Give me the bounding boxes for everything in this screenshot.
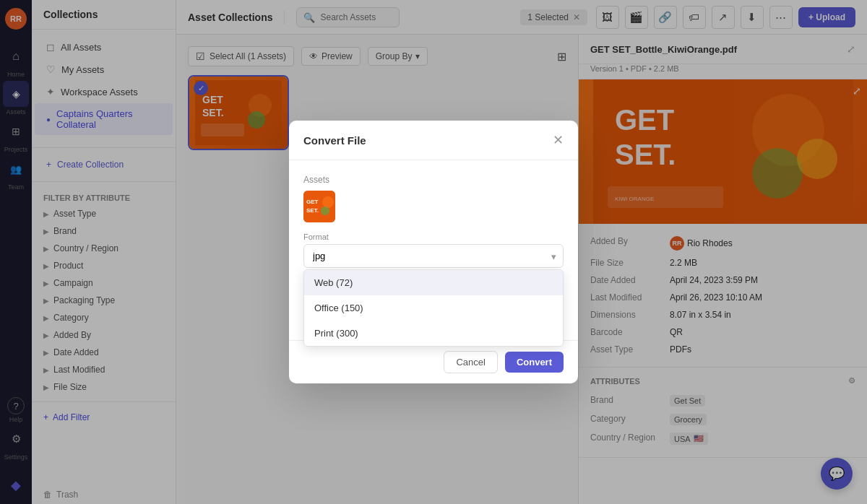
modal-assets-label: Assets — [303, 175, 564, 185]
modal-body: Assets GET SET. Format jpg png pdf ▾ — [289, 160, 578, 282]
modal-asset-thumbnail: GET SET. — [303, 191, 335, 222]
convert-button[interactable]: Convert — [505, 352, 564, 373]
dropdown-item-office[interactable]: Office (150) — [304, 295, 563, 321]
dropdown-item-web[interactable]: Web (72) — [304, 270, 563, 295]
format-select-wrap: jpg png pdf ▾ Web (72) Office (150) Prin… — [303, 244, 564, 268]
cancel-button[interactable]: Cancel — [444, 351, 497, 373]
format-dropdown: Web (72) Office (150) Print (300) — [303, 269, 564, 347]
modal-thumb-svg: GET SET. — [303, 191, 335, 222]
svg-point-18 — [321, 207, 329, 215]
svg-text:SET.: SET. — [306, 207, 319, 214]
modal-title: Convert File — [303, 134, 366, 147]
format-field-label: Format — [303, 233, 564, 241]
modal-footer: Cancel Convert — [289, 340, 578, 383]
svg-text:GET: GET — [306, 199, 319, 205]
convert-file-modal: Convert File ✕ Assets GET SET. Format jp… — [289, 121, 578, 383]
format-select[interactable]: jpg png pdf — [303, 244, 564, 268]
modal-header: Convert File ✕ — [289, 121, 578, 160]
svg-point-17 — [322, 196, 334, 208]
modal-overlay[interactable]: Convert File ✕ Assets GET SET. Format jp… — [0, 0, 867, 504]
dropdown-item-print[interactable]: Print (300) — [304, 321, 563, 346]
modal-close-button[interactable]: ✕ — [553, 132, 564, 148]
